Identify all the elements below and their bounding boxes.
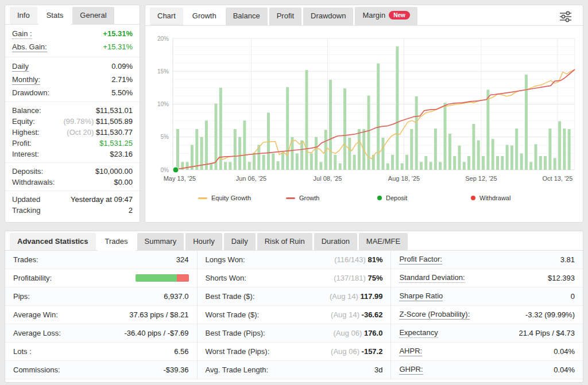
stat-value: $1,531.25 — [99, 139, 133, 147]
legend-label: Equity Growth — [211, 195, 251, 201]
gain-bar — [391, 155, 394, 170]
stat-label: Interest: — [12, 150, 39, 158]
stat-label: Tracking — [12, 206, 40, 215]
stat-row-best-trade-pips: Best Trade (Pips):(Aug 06) 176.0 — [198, 324, 391, 343]
stat-value: (Aug 14) -36.62 — [331, 310, 382, 319]
stat-value: 5.50% — [111, 88, 133, 97]
growth-chart-svg: 0%5%10%15%20%May 13, '25Jun 06, '25Jul 0… — [150, 29, 579, 186]
tab-trades[interactable]: Trades — [98, 233, 136, 251]
gain-bar — [186, 162, 189, 170]
gain-bar — [453, 156, 456, 170]
tab-label: Hourly — [193, 237, 215, 246]
gain-bar — [368, 96, 370, 170]
stat-value-main: -157.2 — [362, 347, 383, 356]
tab-margin[interactable]: MarginNew — [355, 7, 417, 25]
stat-value-main: 37.63 pips / $8.21 — [129, 310, 188, 319]
stats-column: Trades:324Profitability:Pips:6,937.0Aver… — [5, 251, 197, 379]
stat-value-main: -$39.36 — [163, 365, 188, 374]
gain-bar — [430, 162, 432, 170]
tab-summary[interactable]: Summary — [137, 233, 184, 251]
tab-label: Profit — [277, 11, 294, 20]
tab-daily[interactable]: Daily — [224, 233, 256, 251]
gain-bar — [482, 156, 485, 170]
x-tick-label: Oct 13, '25 — [542, 175, 572, 182]
tab-general[interactable]: General — [72, 7, 114, 25]
tab-label: Stats — [47, 11, 64, 20]
stat-row-monthly: Monthly:2.71% — [5, 73, 140, 87]
gain-bar — [339, 164, 342, 170]
stat-value-main: $0.00 — [114, 178, 133, 186]
tab-profit[interactable]: Profit — [269, 7, 301, 25]
tab-duration[interactable]: Duration — [314, 233, 357, 251]
tab-chart[interactable]: Chart — [150, 7, 183, 25]
gain-bar — [205, 120, 208, 170]
stat-value: 0.04% — [554, 365, 575, 374]
tab-advanced-statistics[interactable]: Advanced Statistics — [10, 233, 96, 251]
gain-bar — [439, 162, 442, 170]
tab-label: Info — [17, 11, 30, 20]
gain-bar — [176, 129, 179, 170]
tab-balance[interactable]: Balance — [226, 7, 268, 25]
stat-label: Gain : — [12, 29, 32, 39]
gain-bar — [568, 129, 571, 170]
stat-value-main: 81% — [368, 255, 382, 264]
stat-label: Drawdown: — [12, 88, 49, 97]
gain-bar — [535, 144, 537, 170]
filter-sliders-glyph — [559, 10, 572, 23]
stat-row-profit-factor: Profit Factor:3.81 — [391, 251, 583, 269]
stat-group: Daily0.09%Monthly:2.71%Drawdown:5.50% — [5, 57, 140, 102]
gain-bar — [434, 129, 437, 170]
tab-mae-mfe[interactable]: MAE/MFE — [359, 233, 408, 251]
gain-bar — [286, 87, 289, 170]
gain-bar — [305, 70, 308, 170]
gain-bar — [492, 139, 494, 170]
stat-label: Deposits: — [12, 167, 43, 176]
tab-hourly[interactable]: Hourly — [185, 233, 222, 251]
stat-value-main: 2.71% — [111, 75, 133, 84]
stat-value-main: 0.04% — [554, 347, 575, 356]
stat-value: (Aug 14) 117.99 — [330, 292, 383, 301]
stat-label: Withdrawals: — [12, 178, 55, 186]
stat-row-average-loss: Average Loss:-36.40 pips / -$7.69 — [5, 324, 197, 343]
stat-value: $12.393 — [548, 274, 575, 282]
gain-bar — [510, 146, 513, 170]
profitability-bar — [136, 274, 189, 282]
tab-info[interactable]: Info — [10, 7, 37, 25]
gain-bar — [477, 141, 480, 170]
stat-row-commissions: Commissions:-$39.36 — [5, 361, 197, 379]
stat-value: -36.40 pips / -$7.69 — [125, 329, 189, 337]
tab-growth[interactable]: Growth — [185, 7, 224, 25]
stat-value-main: 176.0 — [364, 329, 383, 337]
gain-bar — [401, 164, 404, 170]
stat-value-main: 0 — [571, 292, 575, 301]
stat-label: Avg. Trade Length: — [206, 365, 269, 374]
stat-value: (116/143) 81% — [334, 255, 382, 264]
stat-row-z-score-probability: Z-Score (Probability):-3.32 (99.99%) — [391, 306, 583, 324]
y-axis-labels: 0%5%10%15%20% — [157, 36, 169, 173]
gain-bar — [382, 138, 385, 170]
gain-bar — [229, 162, 231, 170]
stat-label: Abs. Gain: — [12, 42, 47, 52]
stat-label: Average Loss: — [13, 329, 61, 337]
gain-bar — [358, 129, 361, 170]
tab-stats[interactable]: Stats — [39, 7, 71, 25]
stat-value-prefix: (Aug 06) — [333, 329, 363, 337]
filter-settings-icon[interactable] — [553, 7, 578, 25]
legend-label: Withdrawal — [479, 195, 510, 201]
deposit-marker — [173, 167, 179, 173]
tab-drawdown[interactable]: Drawdown — [303, 7, 353, 25]
gain-bar — [248, 162, 251, 170]
gain-bar — [238, 137, 241, 170]
gain-bar — [296, 153, 299, 170]
stat-row-ghpr: GHPR:0.04% — [391, 361, 583, 379]
stat-label: Equity: — [12, 117, 35, 126]
x-tick-label: Sep 12, '25 — [465, 175, 497, 182]
tab-risk-of-ruin[interactable]: Risk of Ruin — [257, 233, 312, 251]
stat-row-avg-trade-length: Avg. Trade Length:3d — [198, 361, 391, 379]
y-tick-label: 20% — [157, 36, 169, 42]
gain-bar — [281, 153, 284, 170]
legend-dot-deposit-icon — [377, 196, 382, 200]
stat-value-main: 6.56 — [174, 347, 188, 356]
stats-column: Longs Won:(116/143) 81%Shorts Won:(137/1… — [197, 251, 391, 379]
gain-bar — [558, 121, 561, 170]
